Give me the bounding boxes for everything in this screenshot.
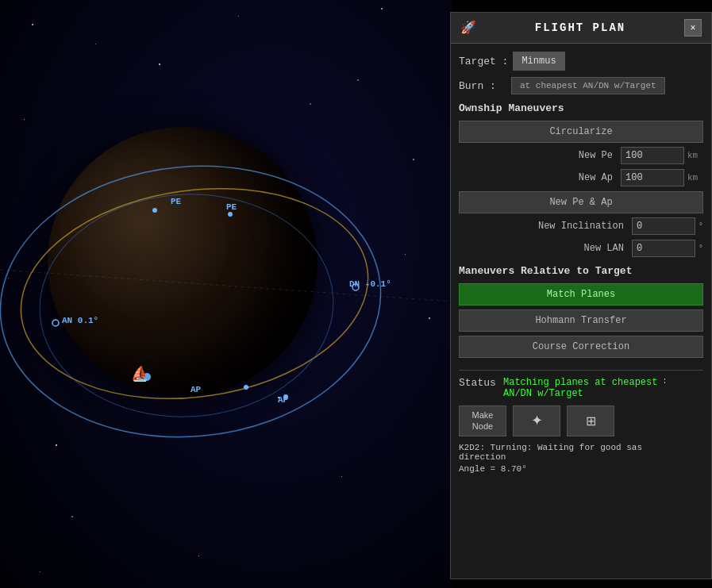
planet	[48, 127, 318, 397]
inclination-unit: °	[699, 222, 703, 231]
an-label: AN 0.1°	[62, 316, 98, 325]
new-pe-label: New Pe	[459, 150, 618, 161]
burn-label: Burn :	[459, 80, 506, 92]
panel-title: FLIGHT PLAN	[483, 21, 678, 34]
new-pe-row: New Pe km	[459, 147, 703, 164]
status-text: Matching planes at cheapest AN/DN w/Targ…	[503, 377, 657, 399]
new-pe-ap-button[interactable]: New Pe & Ap	[459, 191, 703, 213]
angle-text: Angle = 8.70°	[459, 464, 703, 474]
maneuver-icon-button[interactable]: ✦	[513, 405, 560, 436]
panel-body: Target : Minmus Burn : at cheapest AN/DN…	[451, 44, 711, 482]
new-lan-input[interactable]	[632, 240, 695, 257]
close-button[interactable]: ×	[684, 19, 702, 37]
new-pe-input[interactable]	[621, 147, 684, 164]
ap1-label: AP	[191, 385, 201, 394]
new-ap-unit: km	[687, 173, 703, 183]
course-correction-button[interactable]: Course Correction	[459, 336, 703, 358]
burn-row: Burn : at cheapest AN/DN w/Target	[459, 77, 703, 94]
burn-value-button[interactable]: at cheapest AN/DN w/Target	[511, 77, 665, 94]
k2d2-status-text: K2D2: Turning: Waiting for good sas dire…	[459, 443, 703, 462]
status-label: Status	[459, 377, 498, 399]
new-ap-row: New Ap km	[459, 169, 703, 186]
new-inclination-label: New Inclination	[459, 221, 629, 232]
status-section: Status Matching planes at cheapest AN/DN…	[459, 370, 703, 474]
dn-label: DN -0.1°	[349, 279, 391, 289]
new-lan-row: New LAN °	[459, 240, 703, 257]
pe1-label: PE	[171, 197, 181, 206]
ownship-title: Ownship Maneuvers	[459, 102, 703, 114]
new-ap-input[interactable]	[621, 169, 684, 186]
new-inclination-row: New Inclination °	[459, 217, 703, 235]
match-planes-button[interactable]: Match Planes	[459, 283, 703, 306]
lan-unit: °	[699, 244, 703, 253]
circularize-button[interactable]: Circularize	[459, 121, 703, 143]
target-label: Target :	[459, 56, 508, 67]
relative-title: Maneuvers Relative to Target	[459, 265, 703, 277]
hohmann-button[interactable]: Hohmann Transfer	[459, 309, 703, 332]
target-row: Target : Minmus	[459, 52, 703, 71]
rocket-icon: 🚀	[460, 20, 476, 36]
ship-icon: ⛵	[131, 365, 148, 382]
make-node-button[interactable]: MakeNode	[459, 405, 506, 436]
new-lan-label: New LAN	[459, 243, 629, 254]
settings-icon-button[interactable]: ⊞	[567, 405, 614, 436]
flight-plan-panel: 🚀 FLIGHT PLAN × Target : Minmus Burn : a…	[450, 12, 712, 579]
new-ap-label: New Ap	[459, 172, 618, 183]
pe2-label: PE	[226, 202, 237, 212]
status-row: Status Matching planes at cheapest AN/DN…	[459, 377, 703, 399]
ap2-label: AP	[278, 395, 288, 405]
new-inclination-input[interactable]	[632, 217, 695, 235]
target-value-button[interactable]: Minmus	[513, 52, 564, 71]
bottom-icons-row: MakeNode ✦ ⊞	[459, 405, 703, 436]
panel-header: 🚀 FLIGHT PLAN ×	[451, 13, 711, 44]
new-pe-unit: km	[687, 151, 703, 160]
